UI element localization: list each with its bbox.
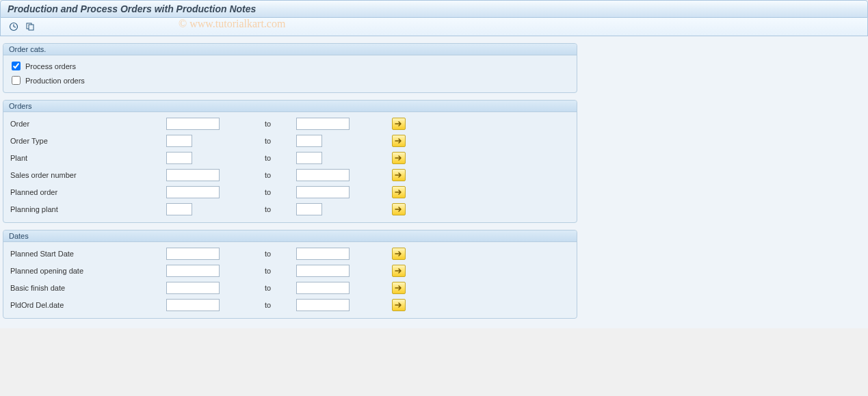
execute-button[interactable]: [8, 21, 20, 33]
arrow-right-icon: [395, 120, 403, 127]
dates-from-planned-start-date[interactable]: [166, 248, 220, 260]
dates-row-planned-opening-date: Planned opening dateto: [9, 263, 571, 279]
orders-multi-planned-order[interactable]: [392, 186, 406, 198]
checkbox-process-orders-row[interactable]: Process orders: [9, 60, 571, 72]
dates-label-basic-finish-date: Basic finish date: [9, 284, 166, 292]
toolbar: © www.tutorialkart.com: [0, 18, 868, 36]
to-label: to: [262, 267, 296, 275]
orders-row-planned-order: Planned orderto: [9, 184, 571, 200]
orders-to-planning-plant[interactable]: [296, 203, 322, 215]
orders-label-plant: Plant: [9, 154, 166, 162]
orders-row-sales-order-number: Sales order numberto: [9, 167, 571, 183]
orders-label-planning-plant: Planning plant: [9, 205, 166, 213]
arrow-right-icon: [395, 302, 403, 308]
arrow-right-icon: [395, 137, 403, 144]
arrow-right-icon: [395, 155, 403, 161]
dates-row-basic-finish-date: Basic finish dateto: [9, 280, 571, 296]
svg-rect-4: [29, 25, 34, 30]
orders-from-order-type[interactable]: [166, 135, 192, 147]
orders-row-planning-plant: Planning plantto: [9, 201, 571, 217]
arrow-right-icon: [395, 250, 403, 257]
to-label: to: [262, 137, 296, 145]
orders-multi-order-type[interactable]: [392, 135, 406, 147]
clock-execute-icon: [9, 22, 18, 31]
orders-multi-order[interactable]: [392, 118, 406, 130]
to-label: to: [262, 250, 296, 258]
orders-multi-planning-plant[interactable]: [392, 203, 406, 215]
checkbox-production-orders[interactable]: [12, 76, 21, 85]
arrow-right-icon: [395, 285, 403, 291]
orders-row-order-type: Order Typeto: [9, 133, 571, 149]
orders-to-order[interactable]: [296, 118, 350, 130]
title-bar: Production and Process Orders with Produ…: [0, 0, 868, 18]
dates-row-pldord-del-date: PldOrd Del.dateto: [9, 297, 571, 313]
dates-to-pldord-del-date[interactable]: [296, 299, 350, 311]
group-orders: Orders OrdertoOrder TypetoPlanttoSales o…: [3, 100, 577, 223]
orders-from-plant[interactable]: [166, 152, 192, 164]
dates-multi-planned-opening-date[interactable]: [392, 265, 406, 277]
to-label: to: [262, 120, 296, 128]
checkbox-production-orders-row[interactable]: Production orders: [9, 74, 571, 87]
dates-to-planned-start-date[interactable]: [296, 248, 350, 260]
dates-multi-pldord-del-date[interactable]: [392, 299, 406, 311]
to-label: to: [262, 301, 296, 309]
group-order-cats: Order cats. Process orders Production or…: [3, 43, 577, 93]
orders-row-plant: Plantto: [9, 150, 571, 166]
to-label: to: [262, 154, 296, 162]
orders-row-order: Orderto: [9, 116, 571, 132]
dates-multi-planned-start-date[interactable]: [392, 248, 406, 260]
orders-to-sales-order-number[interactable]: [296, 169, 350, 181]
dates-to-basic-finish-date[interactable]: [296, 282, 350, 294]
orders-multi-sales-order-number[interactable]: [392, 169, 406, 181]
orders-to-planned-order[interactable]: [296, 186, 350, 198]
dates-from-pldord-del-date[interactable]: [166, 299, 220, 311]
group-title-dates: Dates: [3, 230, 577, 242]
orders-to-plant[interactable]: [296, 152, 322, 164]
to-label: to: [262, 284, 296, 292]
orders-from-order[interactable]: [166, 118, 220, 130]
orders-from-planned-order[interactable]: [166, 186, 220, 198]
orders-multi-plant[interactable]: [392, 152, 406, 164]
dates-multi-basic-finish-date[interactable]: [392, 282, 406, 294]
orders-from-planning-plant[interactable]: [166, 203, 192, 215]
orders-label-planned-order: Planned order: [9, 188, 166, 196]
orders-from-sales-order-number[interactable]: [166, 169, 220, 181]
group-title-orders: Orders: [3, 101, 577, 112]
orders-to-order-type[interactable]: [296, 135, 322, 147]
page-title: Production and Process Orders with Produ…: [8, 3, 256, 14]
dates-to-planned-opening-date[interactable]: [296, 265, 350, 277]
checkbox-process-orders-label: Process orders: [25, 62, 76, 70]
orders-label-order-type: Order Type: [9, 137, 166, 145]
orders-label-sales-order-number: Sales order number: [9, 171, 166, 179]
svg-line-2: [14, 27, 16, 27]
content-area: Order cats. Process orders Production or…: [0, 36, 868, 328]
dates-label-planned-opening-date: Planned opening date: [9, 267, 166, 275]
to-label: to: [262, 188, 296, 196]
watermark: © www.tutorialkart.com: [179, 18, 285, 30]
dates-from-planned-opening-date[interactable]: [166, 265, 220, 277]
arrow-right-icon: [395, 206, 403, 213]
dates-label-pldord-del-date: PldOrd Del.date: [9, 301, 166, 309]
checkbox-production-orders-label: Production orders: [25, 77, 85, 85]
arrow-right-icon: [395, 267, 403, 274]
group-dates: Dates Planned Start DatetoPlanned openin…: [3, 230, 577, 319]
arrow-right-icon: [395, 172, 403, 179]
orders-label-order: Order: [9, 120, 166, 128]
dates-row-planned-start-date: Planned Start Dateto: [9, 246, 571, 262]
variant-button[interactable]: [24, 21, 36, 33]
checkbox-process-orders[interactable]: [12, 62, 21, 70]
dates-from-basic-finish-date[interactable]: [166, 282, 220, 294]
dates-label-planned-start-date: Planned Start Date: [9, 250, 166, 258]
to-label: to: [262, 205, 296, 213]
group-title-order-cats: Order cats.: [3, 44, 577, 55]
arrow-right-icon: [395, 189, 403, 196]
to-label: to: [262, 171, 296, 179]
variant-icon: [25, 22, 35, 31]
